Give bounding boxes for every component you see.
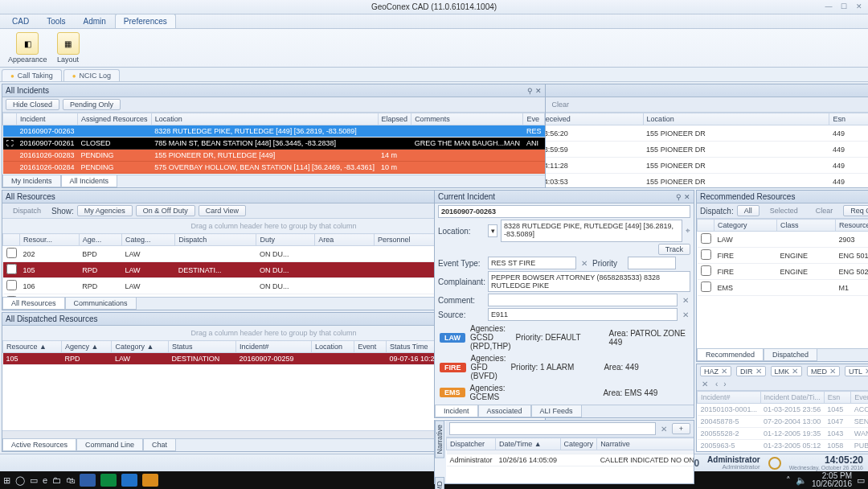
tab-incident[interactable]: Incident: [435, 405, 478, 417]
show-duty[interactable]: On & Off Duty: [136, 205, 195, 216]
menu-cad[interactable]: CAD: [3, 14, 38, 28]
side-tab-emd[interactable]: EMD: [435, 477, 444, 489]
table-row[interactable]: 2005963-501-23-2005 05:121058PUBLIC DRUN…: [698, 440, 869, 452]
clear-icon[interactable]: ✕: [659, 425, 669, 434]
tab-ncic-log[interactable]: NCIC Log: [63, 69, 120, 81]
pill-close-icon[interactable]: ✕: [829, 367, 836, 376]
system-clock[interactable]: 2:05 PM10/26/2016: [812, 472, 852, 488]
incidents-grid[interactable]: IncidentAssigned ResourcesLocationElapse…: [2, 113, 545, 175]
dispatch-clear[interactable]: Clear: [809, 205, 841, 216]
table-row[interactable]: LAW2903GCSD: [698, 232, 869, 248]
explorer-icon[interactable]: 🗀: [52, 475, 61, 485]
filter-pill[interactable]: UTL✕: [845, 366, 868, 376]
clear-icon[interactable]: ✕: [700, 380, 710, 388]
map-icon[interactable]: ⌖: [686, 226, 690, 236]
close-icon[interactable]: ✕: [852, 1, 866, 12]
menu-tools[interactable]: Tools: [38, 14, 74, 28]
taskbar-app[interactable]: [100, 474, 117, 487]
chevron-left-icon[interactable]: ‹: [713, 380, 720, 388]
menu-admin[interactable]: Admin: [74, 14, 114, 28]
store-icon[interactable]: 🛍: [66, 475, 75, 485]
release-clear[interactable]: Clear: [545, 99, 577, 110]
side-tab-narrative[interactable]: Narrative: [435, 421, 444, 458]
source-field[interactable]: E911: [488, 308, 678, 321]
tab-ali-feeds[interactable]: ALI Feeds: [531, 405, 582, 417]
tab-command-line[interactable]: Command Line: [76, 439, 143, 451]
narrative-input[interactable]: [449, 422, 656, 435]
table-row[interactable]: FIREENGINEENG 502GFD: [698, 264, 869, 280]
tab-call-taking[interactable]: Call Taking: [2, 69, 62, 81]
table-row[interactable]: 20161026-00283PENDING155 PIONEER DR, RUT…: [3, 150, 545, 162]
taskbar-app[interactable]: [121, 474, 137, 487]
start-icon[interactable]: ⊞: [3, 475, 10, 486]
show-card[interactable]: Card View: [199, 205, 246, 216]
dispatch-all[interactable]: All: [737, 205, 760, 216]
table-row[interactable]: ⛶20160907-00261CLOSED785 MAIN ST, BEAN S…: [3, 138, 545, 150]
table-row[interactable]: 20055528-201-12-2005 19:351043WANT OFFIC…: [698, 428, 869, 440]
chevron-right-icon[interactable]: ›: [723, 380, 726, 388]
req-only[interactable]: Req Only: [843, 205, 868, 216]
tab-dispatched[interactable]: Dispatched: [764, 349, 817, 361]
tab-active-resources[interactable]: Active Resources: [2, 439, 76, 451]
history-grid[interactable]: Incident#Incident Date/Ti...EsnEvent Typ…: [697, 391, 868, 451]
comment-field[interactable]: [488, 294, 678, 306]
tray-up-icon[interactable]: ˄: [786, 475, 791, 486]
tab-all-incidents[interactable]: All Incidents: [61, 175, 118, 187]
row-checkbox[interactable]: [6, 248, 17, 258]
tab-recommended[interactable]: Recommended: [697, 349, 764, 361]
row-checkbox[interactable]: [701, 233, 711, 244]
pin-icon[interactable]: ⚲: [527, 87, 533, 95]
row-checkbox[interactable]: [6, 264, 17, 274]
pill-close-icon[interactable]: ✕: [792, 367, 798, 376]
table-row[interactable]: 20160907-002638328 RUTLEDGE PIKE, RUTLED…: [3, 125, 545, 138]
row-checkbox[interactable]: [701, 265, 711, 276]
panel-close-icon[interactable]: ✕: [535, 87, 542, 95]
tab-chat[interactable]: Chat: [143, 439, 176, 451]
dispatch-btn[interactable]: Dispatch: [6, 205, 48, 216]
show-my-agencies[interactable]: My Agencies: [77, 205, 133, 216]
clear-icon[interactable]: ✕: [681, 296, 690, 305]
pill-close-icon[interactable]: ✕: [865, 367, 868, 376]
narrative-grid[interactable]: DispatcherDate/Time ▲CategoryNarrativeAd…: [446, 438, 694, 483]
taskbar-app[interactable]: [80, 474, 96, 487]
pin-icon[interactable]: ⚲: [676, 193, 682, 201]
location-field[interactable]: 8328 RUTLEDGE PIKE, RUTLEDGE [449] [36.2…: [501, 220, 682, 242]
row-checkbox[interactable]: [6, 280, 17, 290]
track-button[interactable]: Track: [658, 244, 690, 255]
filter-pill[interactable]: HAZ✕: [700, 366, 731, 376]
panel-close-icon[interactable]: ✕: [684, 193, 690, 201]
taskbar-app[interactable]: [142, 474, 158, 487]
hide-closed[interactable]: Hide Closed: [6, 99, 59, 110]
dispatch-selected[interactable]: Selected: [763, 205, 805, 216]
table-row[interactable]: 20161026-00284PENDING575 OVERBAY HOLLOW,…: [3, 162, 545, 174]
tab-my-incidents[interactable]: My Incidents: [2, 175, 61, 187]
tab-communications[interactable]: Communications: [65, 298, 137, 310]
clear-icon[interactable]: ✕: [579, 259, 589, 268]
table-row[interactable]: Administrator10/26/16 14:05:09CALLER IND…: [447, 454, 694, 466]
table-row[interactable]: 20045878-507-20-2004 13:001047SEND AMBUL…: [698, 416, 869, 428]
ribbon-layout[interactable]: ▦ Layout: [54, 31, 83, 65]
tab-associated[interactable]: Associated: [478, 405, 531, 417]
filter-pill[interactable]: LMK✕: [771, 366, 803, 376]
menu-preferences[interactable]: Preferences: [115, 14, 176, 28]
pill-close-icon[interactable]: ✕: [721, 367, 727, 376]
row-checkbox[interactable]: [701, 249, 711, 260]
narrative-add[interactable]: +: [672, 423, 690, 434]
table-row[interactable]: FIREENGINEENG 501GFD: [698, 248, 869, 264]
tray-volume-icon[interactable]: 🔈: [796, 475, 807, 486]
table-row[interactable]: 20150103-0001...01-03-2015 23:561045ACCI…: [698, 404, 869, 416]
taskview-icon[interactable]: ▭: [30, 475, 38, 486]
clear-icon[interactable]: ✕: [681, 310, 690, 319]
pending-only[interactable]: Pending Only: [63, 99, 121, 110]
filter-pill[interactable]: DIR✕: [736, 366, 766, 376]
row-checkbox[interactable]: [701, 281, 711, 292]
search-icon[interactable]: ◯: [15, 475, 25, 486]
maximize-icon[interactable]: ☐: [837, 1, 851, 12]
pill-close-icon[interactable]: ✕: [755, 367, 762, 376]
priority-field[interactable]: [628, 257, 676, 269]
table-row[interactable]: EMSM1GCEMS: [698, 280, 869, 296]
ribbon-appearance[interactable]: ◧ Appearance: [5, 31, 51, 65]
event-type-field[interactable]: RES ST FIRE: [488, 257, 576, 269]
filter-pill[interactable]: MED✕: [807, 366, 840, 376]
complainant-field[interactable]: PEPPER BOWSER ATTORNEY (8658283533) 8328…: [488, 271, 690, 292]
